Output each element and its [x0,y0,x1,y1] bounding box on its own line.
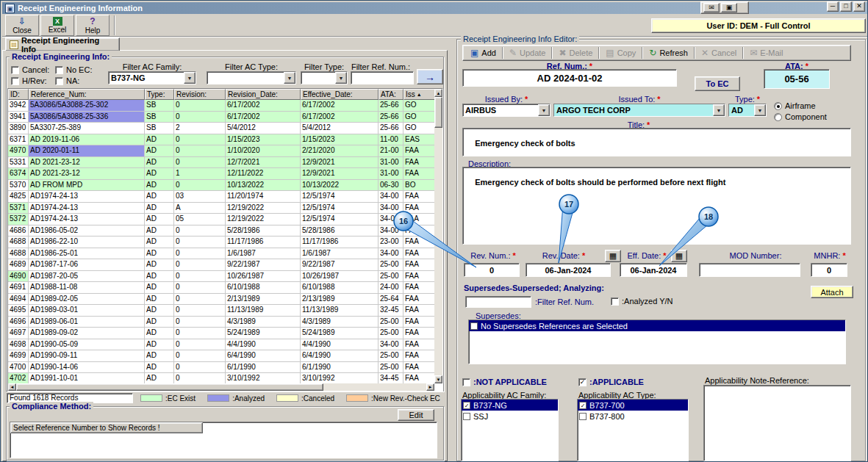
grid-cell[interactable]: 0 [174,248,226,260]
grid-cell[interactable]: FAA [403,350,434,362]
grid-cell[interactable]: AD1974-24-13 [29,214,145,225]
grid-cell[interactable]: 12/11/2022 [226,168,301,180]
grid-cell[interactable]: AD [145,225,174,237]
grid-cell[interactable]: AD FROM MPD [29,180,145,192]
table-row[interactable]: 4825AD1974-24-13AD0311/20/197412/5/19743… [8,191,434,203]
to-ec-button[interactable]: To EC [695,76,740,91]
grid-cell[interactable]: FAA [403,157,434,169]
grid-cell[interactable]: 11/17/1986 [301,237,379,248]
grid-cell[interactable]: 4691 [8,282,29,294]
grid-cell[interactable]: 25-64 [379,294,403,306]
table-row[interactable]: 4690AD1987-20-05AD010/26/198710/26/19872… [8,271,434,283]
grid-cell[interactable]: 1/10/2020 [226,145,301,157]
grid-cell[interactable]: FAA [403,282,434,294]
grid-cell[interactable]: SB [145,123,174,134]
delete-button[interactable]: ✖Delete [553,46,598,59]
table-row[interactable]: 5371AD1974-24-13ADA12/19/202212/5/197434… [8,203,434,214]
grid-cell[interactable]: 4/3/1989 [226,317,301,328]
grid-cell[interactable]: 0 [174,145,226,157]
table-row[interactable]: 5331AD 2021-23-12AD012/7/202112/9/202131… [8,157,434,169]
rev-num-field[interactable]: 0 [464,263,520,277]
filter-ac-family-select[interactable]: B737-NG ▼ [108,71,196,84]
grid-cell[interactable]: 4/4/1990 [226,339,301,351]
hrev-checkbox[interactable]: H/Rev: [11,76,47,85]
grid-cell[interactable]: FAA [403,294,434,306]
refresh-button[interactable]: ↻Refresh [644,46,693,59]
grid-cell[interactable]: 0 [174,180,226,192]
grid-col-header[interactable]: Type: [145,89,174,100]
grid-cell[interactable]: AD1989-02-05 [29,294,145,306]
e-mail-button[interactable]: ✉E-Mail [745,46,788,59]
ata-field[interactable]: 05-56 [764,69,830,89]
grid-cell[interactable]: 24-00 [379,282,403,294]
chevron-down-icon[interactable]: ▼ [184,72,196,84]
grid-cell[interactable]: AD1974-24-13 [29,203,145,214]
grid-cell[interactable]: 0 [174,259,226,271]
grid-col-header[interactable]: Revision_Date: [226,89,301,100]
checkbox[interactable] [55,66,63,74]
rev-date-field[interactable]: 06-Jan-2024 [526,263,611,277]
no-ec-checkbox[interactable]: No EC: [55,65,92,74]
list-item[interactable]: SSJ [462,411,558,422]
grid-cell[interactable]: AD1986-05-02 [29,225,145,237]
grid-cell[interactable]: 4702 [8,373,29,383]
grid-cell[interactable]: AD [145,145,174,157]
grid-cell[interactable]: FAA [403,328,434,339]
grid-cell[interactable]: 25-66 [379,123,403,134]
grid-cell[interactable]: AD [145,214,174,225]
grid-cell[interactable]: 6/4/1990 [226,350,301,362]
grid-cell[interactable]: AD [145,259,174,271]
grid-cell[interactable]: 5/24/1989 [226,328,301,339]
grid-cell[interactable]: SB [145,100,174,112]
grid-cell[interactable]: 4699 [8,350,29,362]
grid-cell[interactable]: 0 [174,317,226,328]
grid-cell[interactable]: 6/10/1988 [301,282,379,294]
grid-cell[interactable]: 25-00 [379,328,403,339]
grid-cell[interactable]: AD1986-22-10 [29,237,145,248]
grid-cell[interactable]: 5/4/2012 [226,123,301,134]
grid-cell[interactable]: AD1990-14-06 [29,362,145,374]
grid-cell[interactable]: BO [403,180,434,192]
grid-cell[interactable]: AD [145,305,174,317]
checkbox[interactable] [611,297,619,306]
table-row[interactable]: 4970AD 2020-01-11AD01/10/20202/21/202021… [8,145,434,157]
type-select[interactable]: AD ▼ [728,104,767,117]
list-item[interactable]: B737-800 [578,411,688,422]
mod-number-field[interactable] [699,263,800,277]
airframe-radio[interactable]: Airframe [774,101,816,110]
grid-cell[interactable]: 4970 [8,145,29,157]
issued-to-select[interactable]: ARGO TECH CORP ▼ [553,104,725,117]
table-row[interactable]: 6374AD 2021-23-12AD112/11/202212/9/20213… [8,168,434,180]
grid-col-header[interactable]: Revision: [174,89,226,100]
grid-cell[interactable]: AD1989-06-01 [29,317,145,328]
grid-cell[interactable]: 11-00 [379,134,403,146]
grid-cell[interactable]: GO [403,100,434,112]
grid-cell[interactable]: 6371 [8,134,29,146]
grid-cell[interactable]: 10/26/1987 [226,271,301,283]
table-row[interactable]: 4700AD1990-14-06AD06/1/19906/1/199025-00… [8,362,434,374]
filter-ref-num-input[interactable] [351,71,414,84]
grid-cell[interactable]: 5371 [8,203,29,214]
grid-cell[interactable]: 10/13/2022 [226,180,301,192]
checkbox[interactable] [463,413,470,420]
grid-cell[interactable]: 25-00 [379,317,403,328]
grid-cell[interactable]: 4700 [8,362,29,374]
grid-col-header[interactable]: ID: [8,89,29,100]
grid-cell[interactable]: 6/17/2002 [301,100,379,112]
grid-cell[interactable]: AD [145,191,174,203]
grid-cell[interactable]: GO [403,112,434,123]
grid-cell[interactable]: 12/19/2022 [226,214,301,225]
grid-cell[interactable]: 3890 [8,123,29,134]
mail-icon[interactable]: ✉ [703,3,720,12]
chevron-down-icon[interactable]: ▼ [335,72,347,84]
grid-cell[interactable]: 5370 [8,180,29,192]
grid-cell[interactable]: AD1974-24-13 [29,191,145,203]
grid-cell[interactable]: AD1987-17-06 [29,259,145,271]
grid-cell[interactable]: 25-66 [379,100,403,112]
grid-cell[interactable]: 6/17/2002 [226,112,301,123]
grid-cell[interactable]: SB [145,112,174,123]
grid-cell[interactable]: AD1988-11-08 [29,282,145,294]
checkbox[interactable]: ✓ [578,378,587,386]
grid-cell[interactable]: FAA [403,248,434,260]
grid-cell[interactable]: FAA [403,373,434,383]
